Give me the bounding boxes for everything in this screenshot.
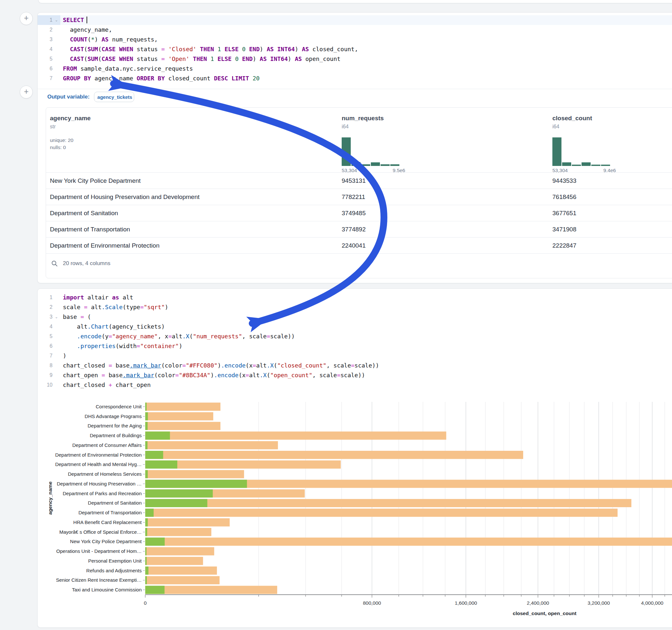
svg-text:Department of Homeless Service: Department of Homeless Services	[68, 471, 142, 477]
line-number: 10	[38, 380, 52, 390]
code-line[interactable]: 8chart_closed = base.mark_bar(color="#FF…	[38, 361, 672, 370]
fold-gutter	[52, 64, 60, 74]
code-text[interactable]: chart_open = base.mark_bar(color="#8BC34…	[60, 370, 672, 380]
svg-text:Refunds and Adjustments: Refunds and Adjustments	[86, 568, 142, 573]
line-number: 9	[38, 370, 52, 380]
code-text[interactable]: CAST(SUM(CASE WHEN status = 'Open' THEN …	[60, 54, 672, 64]
code-line[interactable]: 4 CAST(SUM(CASE WHEN status = 'Closed' T…	[38, 44, 672, 54]
fold-gutter	[52, 351, 60, 361]
output-variable-label: Output variable:	[47, 94, 90, 100]
line-number: 7	[38, 74, 52, 83]
table-row[interactable]: New York City Police Department945313194…	[46, 172, 672, 189]
svg-text:Department of Consumer Affairs: Department of Consumer Affairs	[72, 442, 142, 448]
svg-text:Department for the Aging: Department for the Aging	[88, 423, 142, 429]
svg-text:DHS Advantage Programs: DHS Advantage Programs	[85, 413, 142, 419]
line-number: 5	[38, 54, 52, 64]
code-text[interactable]: .encode(y="agency_name", x=alt.X("num_re…	[60, 332, 672, 341]
table-row[interactable]: Department of Sanitation37494853677651	[46, 205, 672, 221]
code-text[interactable]: )	[60, 351, 672, 361]
table-header: agency_namestrunique: 20nulls: 0num_requ…	[46, 107, 672, 172]
code-line[interactable]: 6FROM sample_data.nyc.service_requests	[38, 64, 672, 74]
code-text[interactable]: agency_name,	[60, 25, 672, 35]
code-text[interactable]: chart_closed + chart_open	[60, 380, 672, 390]
code-text[interactable]: scale = alt.Scale(type="sqrt")	[60, 302, 672, 312]
code-line[interactable]: 1import altair as alt	[38, 293, 672, 302]
fold-chevron-icon[interactable]: ⌄	[52, 15, 60, 25]
column-header-num_requests[interactable]: num_requestsi6453,3049.5e6	[338, 107, 549, 172]
svg-text:Department of Health and Menta: Department of Health and Mental Hyg…	[55, 461, 142, 467]
output-variable-pill[interactable]: agency_tickets	[94, 92, 134, 102]
code-line[interactable]: 2 agency_name,	[38, 25, 672, 35]
table-row[interactable]: Department of Housing Preservation and D…	[46, 189, 672, 205]
fold-gutter	[52, 322, 60, 332]
fold-chevron-icon[interactable]: ⌄	[52, 312, 60, 322]
svg-text:Department of Environmental Pr: Department of Environmental Protection	[55, 452, 142, 458]
code-text[interactable]: chart_closed = base.mark_bar(color="#FFC…	[60, 361, 672, 370]
line-number: 3	[38, 35, 52, 44]
svg-text:2,400,000: 2,400,000	[527, 600, 549, 606]
code-text[interactable]: COUNT(*) AS num_requests,	[60, 35, 672, 44]
code-text[interactable]: import altair as alt	[60, 293, 672, 302]
code-line[interactable]: 2scale = alt.Scale(type="sqrt")	[38, 302, 672, 312]
add-cell-button-2[interactable]: +	[20, 86, 33, 98]
code-line[interactable]: 3 COUNT(*) AS num_requests,	[38, 35, 672, 44]
svg-text:Department of Sanitation: Department of Sanitation	[88, 500, 142, 506]
svg-text:closed_count, open_count: closed_count, open_count	[513, 610, 576, 616]
previous-cell-edge	[38, 0, 672, 3]
svg-text:4,000,000: 4,000,000	[641, 600, 664, 606]
code-line[interactable]: 10chart_closed + chart_open	[38, 380, 672, 390]
code-line[interactable]: 3⌄base = (	[38, 312, 672, 322]
column-header-closed_count[interactable]: closed_counti6453,3049.4e6	[549, 107, 672, 172]
sql-code-editor[interactable]: 1⌄SELECT2 agency_name,3 COUNT(*) AS num_…	[38, 13, 672, 89]
fold-gutter	[52, 44, 60, 54]
code-line[interactable]: 1⌄SELECT	[38, 15, 672, 25]
line-number: 3	[38, 312, 52, 322]
code-text[interactable]: CAST(SUM(CASE WHEN status = 'Closed' THE…	[60, 44, 672, 54]
code-line[interactable]: 7)	[38, 351, 672, 361]
code-text[interactable]: base = (	[60, 312, 672, 322]
svg-text:Taxi and Limousine Commission: Taxi and Limousine Commission	[72, 587, 142, 592]
search-icon[interactable]	[51, 260, 58, 267]
line-number: 4	[38, 322, 52, 332]
svg-text:Mayorâ€ s Office of Special En: Mayorâ€ s Office of Special Enforce…	[59, 529, 142, 535]
fold-gutter	[52, 74, 60, 83]
code-text[interactable]: .properties(width="container")	[60, 341, 672, 351]
code-line[interactable]: 9chart_open = base.mark_bar(color="#8BC3…	[38, 370, 672, 380]
svg-text:Personal Exemption Unit: Personal Exemption Unit	[88, 558, 142, 563]
code-line[interactable]: 7GROUP BY agency_name ORDER BY closed_co…	[38, 74, 672, 83]
code-text[interactable]: alt.Chart(agency_tickets)	[60, 322, 672, 332]
fold-gutter	[52, 341, 60, 351]
table-row[interactable]: Department of Environmental Protection22…	[46, 237, 672, 253]
fold-gutter	[52, 370, 60, 380]
add-cell-button[interactable]: +	[20, 12, 33, 25]
fold-gutter	[52, 332, 60, 341]
sql-cell: 1⌄SELECT2 agency_name,3 COUNT(*) AS num_…	[37, 12, 672, 283]
python-code-editor[interactable]: 1import altair as alt2scale = alt.Scale(…	[38, 289, 672, 400]
line-number: 5	[38, 332, 52, 341]
notebook-page: { "colors": { "arrow": "#2b55dd", "histo…	[0, 0, 672, 630]
code-line[interactable]: 4 alt.Chart(agency_tickets)	[38, 322, 672, 332]
line-number: 6	[38, 341, 52, 351]
fold-gutter	[52, 54, 60, 64]
table-row[interactable]: Department of Transportation377489234719…	[46, 221, 672, 237]
table-footer: 20 rows, 4 columns	[46, 253, 672, 273]
svg-text:800,000: 800,000	[363, 600, 381, 606]
table-row-count: 20 rows, 4 columns	[63, 260, 110, 267]
code-text[interactable]: GROUP BY agency_name ORDER BY closed_cou…	[60, 74, 672, 83]
fold-gutter	[52, 35, 60, 44]
code-line[interactable]: 5 .encode(y="agency_name", x=alt.X("num_…	[38, 332, 672, 341]
fold-gutter	[52, 361, 60, 370]
code-line[interactable]: 6 .properties(width="container")	[38, 341, 672, 351]
code-line[interactable]: 5 CAST(SUM(CASE WHEN status = 'Open' THE…	[38, 54, 672, 64]
line-number: 1	[38, 293, 52, 302]
column-header-agency_name[interactable]: agency_namestrunique: 20nulls: 0	[46, 107, 338, 172]
table-body: New York City Police Department945313194…	[46, 172, 672, 253]
svg-text:3,200,000: 3,200,000	[587, 600, 610, 606]
line-number: 8	[38, 361, 52, 370]
svg-text:Department of Parks and Recrea: Department of Parks and Recreation	[63, 491, 142, 496]
code-text[interactable]: FROM sample_data.nyc.service_requests	[60, 64, 672, 74]
svg-text:1,600,000: 1,600,000	[455, 600, 477, 606]
code-text[interactable]: SELECT	[60, 15, 672, 25]
line-number: 7	[38, 351, 52, 361]
line-number: 2	[38, 302, 52, 312]
